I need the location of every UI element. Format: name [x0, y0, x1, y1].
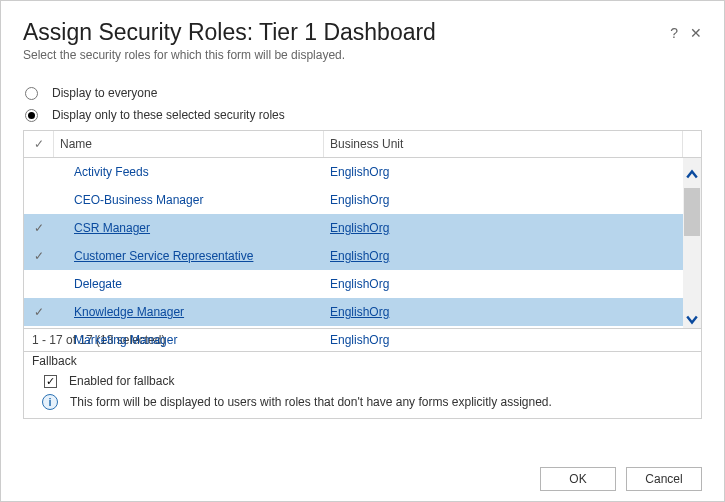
dialog-subtitle: Select the security roles for which this… [23, 48, 702, 62]
display-everyone-option[interactable]: Display to everyone [25, 82, 702, 104]
business-unit-column-header[interactable]: Business Unit [324, 131, 683, 157]
cancel-button[interactable]: Cancel [626, 467, 702, 491]
row-check-icon: ✓ [24, 249, 54, 263]
table-row[interactable]: ✓Knowledge ManagerEnglishOrg [24, 298, 683, 326]
display-selected-option[interactable]: Display only to these selected security … [25, 104, 702, 126]
row-check-icon: ✓ [24, 305, 54, 319]
role-name-link[interactable]: CSR Manager [74, 221, 150, 235]
business-unit-link[interactable]: EnglishOrg [330, 333, 389, 347]
scroll-down-icon[interactable] [683, 310, 701, 328]
name-column-header[interactable]: Name [54, 131, 324, 157]
radio-icon [25, 109, 38, 122]
business-unit-link[interactable]: EnglishOrg [330, 277, 389, 291]
table-row[interactable]: ✓CSR ManagerEnglishOrg [24, 214, 683, 242]
radio-icon [25, 87, 38, 100]
role-name-link[interactable]: Knowledge Manager [74, 305, 184, 319]
titlebar-actions: ? ✕ [670, 25, 702, 41]
checkbox-icon [44, 375, 57, 388]
fallback-info-text: This form will be displayed to users wit… [70, 395, 552, 409]
grid-body: Activity FeedsEnglishOrgCEO-Business Man… [24, 158, 701, 328]
assign-security-roles-dialog: Assign Security Roles: Tier 1 Dashboard … [0, 0, 725, 502]
business-unit-link[interactable]: EnglishOrg [330, 221, 389, 235]
business-unit-link[interactable]: EnglishOrg [330, 165, 389, 179]
check-icon: ✓ [34, 137, 44, 151]
table-row[interactable]: Activity FeedsEnglishOrg [24, 158, 683, 186]
roles-grid: ✓ Name Business Unit Activity FeedsEngli… [23, 130, 702, 352]
fallback-info-row: i This form will be displayed to users w… [32, 394, 693, 410]
role-name-link[interactable]: Marketing Manager [74, 333, 177, 347]
radio-label: Display only to these selected security … [52, 108, 285, 122]
role-name-link[interactable]: Activity Feeds [74, 165, 149, 179]
help-icon[interactable]: ? [670, 25, 678, 41]
business-unit-link[interactable]: EnglishOrg [330, 305, 389, 319]
scroll-thumb[interactable] [684, 188, 700, 236]
table-row[interactable]: CEO-Business ManagerEnglishOrg [24, 186, 683, 214]
table-row[interactable]: ✓Customer Service RepresentativeEnglishO… [24, 242, 683, 270]
row-check-icon: ✓ [24, 221, 54, 235]
table-row[interactable]: DelegateEnglishOrg [24, 270, 683, 298]
ok-button[interactable]: OK [540, 467, 616, 491]
table-row[interactable]: Marketing ManagerEnglishOrg [24, 326, 683, 354]
fallback-section-label: Fallback [24, 352, 701, 370]
info-icon: i [42, 394, 58, 410]
role-name-link[interactable]: CEO-Business Manager [74, 193, 203, 207]
close-icon[interactable]: ✕ [690, 25, 702, 41]
grid-header: ✓ Name Business Unit [24, 131, 701, 158]
role-name-link[interactable]: Delegate [74, 277, 122, 291]
dialog-footer: OK Cancel [540, 467, 702, 491]
fallback-section: Fallback Enabled for fallback i This for… [23, 352, 702, 419]
scroll-up-icon[interactable] [683, 166, 701, 184]
radio-label: Display to everyone [52, 86, 157, 100]
business-unit-link[interactable]: EnglishOrg [330, 249, 389, 263]
role-name-link[interactable]: Customer Service Representative [74, 249, 253, 263]
dialog-header: Assign Security Roles: Tier 1 Dashboard … [23, 19, 702, 62]
fallback-enabled-row[interactable]: Enabled for fallback [32, 374, 693, 388]
select-all-column[interactable]: ✓ [24, 131, 54, 157]
dialog-title: Assign Security Roles: Tier 1 Dashboard [23, 19, 702, 46]
business-unit-link[interactable]: EnglishOrg [330, 193, 389, 207]
vertical-scrollbar[interactable] [683, 158, 701, 328]
fallback-enabled-label: Enabled for fallback [69, 374, 174, 388]
